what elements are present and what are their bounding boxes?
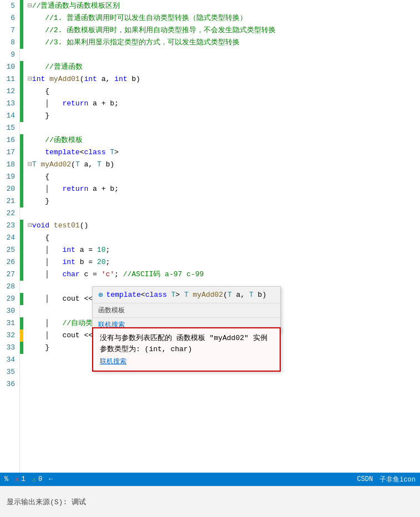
code-line-9 [20, 49, 420, 61]
error-line2: 参数类型为: (int, char) [100, 345, 192, 353]
code-line-18: ⊟T myAdd02(T a, T b) [20, 159, 420, 171]
code-line-11: ⊟int myAdd01(int a, int b) [20, 73, 420, 85]
output-source-label: 显示输出来源(S): [7, 497, 67, 507]
code-text-26: │ int b = 20; [23, 256, 110, 268]
code-line-7: //2. 函数模板调用时，如果利用自动类型推导，不会发生隐式类型转换 [20, 24, 420, 37]
code-line-14: } [20, 110, 420, 122]
code-line-5: ⊟//普通函数与函数模板区别 [20, 0, 420, 12]
tooltip-signature: ⊕ template<class T> T myAdd02(T a, T b) [93, 287, 280, 303]
line-num-28: 28 [4, 281, 15, 293]
error-popup-text: 没有与参数列表匹配的 函数模板 "myAdd02" 实例 参数类型为: (int… [100, 333, 273, 354]
code-text-10: //普通函数 [23, 61, 83, 73]
line-num-15: 15 [4, 122, 15, 134]
line-num-6: 6 [4, 12, 15, 24]
code-text-36 [23, 378, 32, 391]
csdn-label: CSDN [357, 475, 373, 483]
code-line-8: //3. 如果利用显示指定类型的方式，可以发生隐式类型转换 [20, 37, 420, 49]
error-line1: 没有与参数列表匹配的 函数模板 "myAdd02" 实例 [100, 334, 267, 342]
line-num-31: 31 [4, 317, 15, 330]
line-num-30: 30 [4, 305, 15, 317]
code-text-27: │ char c = 'c'; //ASCII码 a-97 c-99 [23, 268, 204, 281]
error-count-item[interactable]: ✕ 1 [15, 475, 25, 484]
line-num-8: 8 [4, 37, 15, 49]
code-line-19: { [20, 171, 420, 183]
bottom-panel: 显示输出来源(S): 调试 [0, 486, 420, 517]
line-numbers: 5 6 7 8 9 10 11 12 13 14 15 16 17 18 19 … [0, 0, 20, 473]
code-line-17: template<class T> [20, 146, 420, 159]
code-line-22 [20, 207, 420, 220]
line-num-11: 11 [4, 73, 15, 85]
code-text-14: } [23, 110, 49, 122]
line-num-13: 13 [4, 98, 15, 110]
code-line-23: ⊟void test01() [20, 220, 420, 232]
code-text-23: ⊟void test01() [23, 220, 88, 232]
line-num-12: 12 [4, 85, 15, 98]
line-num-16: 16 [4, 134, 15, 146]
line-num-20: 20 [4, 183, 15, 195]
error-popup: 没有与参数列表匹配的 函数模板 "myAdd02" 实例 参数类型为: (int… [92, 327, 281, 372]
code-text-16: //函数模板 [23, 134, 83, 146]
line-num-5: 5 [4, 0, 15, 12]
icon-label: 子非鱼icon [379, 475, 416, 484]
line-num-24: 24 [4, 232, 15, 244]
tooltip-signature-text: template<class T> T myAdd02(T a, T b) [106, 291, 266, 299]
code-text-24: { [23, 232, 49, 244]
code-text-28 [23, 281, 32, 293]
line-num-10: 10 [4, 61, 15, 73]
line-num-9: 9 [4, 49, 15, 61]
code-line-24: { [20, 232, 420, 244]
code-text-18: ⊟T myAdd02(T a, T b) [23, 159, 114, 171]
line-num-35: 35 [4, 366, 15, 378]
code-text-20: │ return a + b; [23, 183, 119, 195]
code-text-22 [23, 207, 32, 220]
line-num-19: 19 [4, 171, 15, 183]
code-text-15 [23, 122, 32, 134]
code-line-20: │ return a + b; [20, 183, 420, 195]
tooltip-description: 函数模板 [93, 303, 280, 318]
line-num-22: 22 [4, 207, 15, 220]
zoom-level: % [4, 475, 8, 483]
code-line-15 [20, 122, 420, 134]
tooltip-icon: ⊕ [98, 290, 103, 300]
arrow-left[interactable]: ← [49, 475, 53, 483]
line-num-36: 36 [4, 378, 15, 391]
code-text-33: } [23, 342, 49, 354]
code-line-10: //普通函数 [20, 61, 420, 73]
error-popup-link[interactable]: 联机搜索 [100, 357, 273, 366]
code-text-5: ⊟//普通函数与函数模板区别 [23, 0, 120, 12]
line-num-32: 32 [4, 330, 15, 342]
warning-count: 0 [38, 475, 42, 483]
line-num-7: 7 [4, 24, 15, 37]
code-line-21: } [20, 195, 420, 207]
editor-container: 5 6 7 8 9 10 11 12 13 14 15 16 17 18 19 … [0, 0, 420, 517]
line-num-26: 26 [4, 256, 15, 268]
line-num-25: 25 [4, 244, 15, 256]
code-text-34 [23, 354, 32, 366]
code-text-25: │ int a = 10; [23, 244, 110, 256]
warning-count-item[interactable]: ⚠ 0 [32, 475, 42, 484]
line-num-17: 17 [4, 146, 15, 159]
code-text-17: template<class T> [23, 146, 119, 159]
error-count: 1 [21, 475, 25, 483]
line-num-21: 21 [4, 195, 15, 207]
code-text-8: //3. 如果利用显示指定类型的方式，可以发生隐式类型转换 [23, 37, 240, 49]
line-num-34: 34 [4, 354, 15, 366]
code-line-6: //1. 普通函数调用时可以发生自动类型转换（隐式类型转换） [20, 12, 420, 24]
code-line-25: │ int a = 10; [20, 244, 420, 256]
code-text-19: { [23, 171, 49, 183]
code-text-11: ⊟int myAdd01(int a, int b) [23, 73, 140, 85]
code-line-36 [20, 378, 420, 391]
intellisense-tooltip[interactable]: ⊕ template<class T> T myAdd02(T a, T b) … [92, 286, 281, 332]
code-line-27: │ char c = 'c'; //ASCII码 a-97 c-99 [20, 268, 420, 281]
code-line-13: │ return a + b; [20, 98, 420, 110]
code-text-7: //2. 函数模板调用时，如果利用自动类型推导，不会发生隐式类型转换 [23, 24, 276, 37]
code-line-12: { [20, 85, 420, 98]
line-num-18: 18 [4, 159, 15, 171]
status-bar: % ✕ 1 ⚠ 0 ← CSDN 子非鱼icon [0, 473, 420, 486]
line-num-29: 29 [4, 293, 15, 305]
code-text-9 [23, 49, 32, 61]
code-line-26: │ int b = 20; [20, 256, 420, 268]
code-text-6: //1. 普通函数调用时可以发生自动类型转换（隐式类型转换） [23, 12, 247, 24]
line-num-33: 33 [4, 342, 15, 354]
code-area: 5 6 7 8 9 10 11 12 13 14 15 16 17 18 19 … [0, 0, 420, 473]
